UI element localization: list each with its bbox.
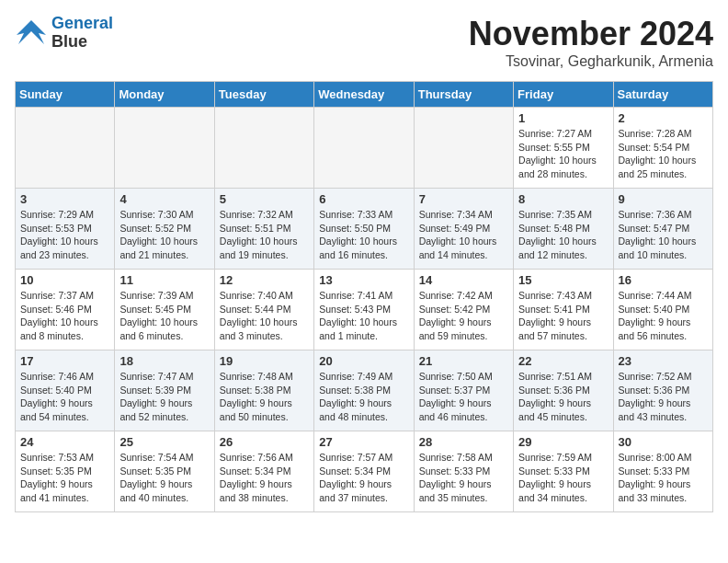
- day-number: 25: [119, 435, 209, 449]
- day-number: 12: [220, 273, 309, 287]
- day-info: Sunrise: 7:58 AM Sunset: 5:33 PM Dayligh…: [419, 451, 508, 505]
- day-number: 1: [518, 111, 608, 125]
- calendar-cell: 30Sunrise: 8:00 AM Sunset: 5:33 PM Dayli…: [613, 431, 712, 512]
- weekday-header-row: SundayMondayTuesdayWednesdayThursdayFrid…: [16, 82, 713, 108]
- day-number: 3: [20, 192, 109, 206]
- calendar-week-row: 3Sunrise: 7:29 AM Sunset: 5:53 PM Daylig…: [16, 189, 713, 270]
- day-info: Sunrise: 7:29 AM Sunset: 5:53 PM Dayligh…: [20, 208, 109, 262]
- day-number: 21: [419, 354, 508, 368]
- day-info: Sunrise: 8:00 AM Sunset: 5:33 PM Dayligh…: [619, 451, 708, 505]
- day-info: Sunrise: 7:32 AM Sunset: 5:51 PM Dayligh…: [220, 208, 309, 262]
- weekday-header-tuesday: Tuesday: [214, 82, 313, 108]
- day-info: Sunrise: 7:40 AM Sunset: 5:44 PM Dayligh…: [220, 289, 309, 343]
- day-info: Sunrise: 7:28 AM Sunset: 5:54 PM Dayligh…: [619, 127, 708, 181]
- day-info: Sunrise: 7:27 AM Sunset: 5:55 PM Dayligh…: [518, 127, 608, 181]
- calendar-table: SundayMondayTuesdayWednesdayThursdayFrid…: [15, 81, 713, 512]
- day-number: 17: [20, 354, 109, 368]
- calendar-cell: 17Sunrise: 7:46 AM Sunset: 5:40 PM Dayli…: [16, 350, 115, 431]
- calendar-cell: [414, 108, 513, 189]
- calendar-cell: [214, 108, 313, 189]
- day-info: Sunrise: 7:48 AM Sunset: 5:38 PM Dayligh…: [220, 370, 309, 424]
- calendar-cell: 5Sunrise: 7:32 AM Sunset: 5:51 PM Daylig…: [214, 189, 313, 270]
- calendar-cell: 29Sunrise: 7:59 AM Sunset: 5:33 PM Dayli…: [514, 431, 613, 512]
- weekday-header-wednesday: Wednesday: [314, 82, 414, 108]
- day-number: 2: [619, 111, 708, 125]
- day-info: Sunrise: 7:57 AM Sunset: 5:34 PM Dayligh…: [319, 451, 408, 505]
- calendar-cell: 16Sunrise: 7:44 AM Sunset: 5:40 PM Dayli…: [613, 270, 712, 350]
- day-info: Sunrise: 7:41 AM Sunset: 5:43 PM Dayligh…: [319, 289, 408, 343]
- day-number: 15: [518, 273, 608, 287]
- day-number: 9: [619, 192, 708, 206]
- weekday-header-monday: Monday: [115, 82, 214, 108]
- calendar-cell: 9Sunrise: 7:36 AM Sunset: 5:47 PM Daylig…: [613, 189, 712, 270]
- calendar-cell: 19Sunrise: 7:48 AM Sunset: 5:38 PM Dayli…: [214, 350, 313, 431]
- day-number: 14: [419, 273, 508, 287]
- day-number: 4: [119, 192, 209, 206]
- calendar-cell: 18Sunrise: 7:47 AM Sunset: 5:39 PM Dayli…: [115, 350, 214, 431]
- calendar-cell: [16, 108, 115, 189]
- calendar-cell: 21Sunrise: 7:50 AM Sunset: 5:37 PM Dayli…: [414, 350, 513, 431]
- day-number: 22: [518, 354, 608, 368]
- calendar-cell: 4Sunrise: 7:30 AM Sunset: 5:52 PM Daylig…: [115, 189, 214, 270]
- day-info: Sunrise: 7:49 AM Sunset: 5:38 PM Dayligh…: [319, 370, 408, 424]
- calendar-cell: 11Sunrise: 7:39 AM Sunset: 5:45 PM Dayli…: [115, 270, 214, 350]
- calendar-cell: 22Sunrise: 7:51 AM Sunset: 5:36 PM Dayli…: [514, 350, 613, 431]
- calendar-cell: 10Sunrise: 7:37 AM Sunset: 5:46 PM Dayli…: [16, 270, 115, 350]
- logo-icon: [15, 17, 48, 50]
- calendar-week-row: 10Sunrise: 7:37 AM Sunset: 5:46 PM Dayli…: [16, 270, 713, 350]
- day-info: Sunrise: 7:56 AM Sunset: 5:34 PM Dayligh…: [220, 451, 309, 505]
- day-info: Sunrise: 7:53 AM Sunset: 5:35 PM Dayligh…: [20, 451, 109, 505]
- calendar-cell: 6Sunrise: 7:33 AM Sunset: 5:50 PM Daylig…: [314, 189, 414, 270]
- day-info: Sunrise: 7:51 AM Sunset: 5:36 PM Dayligh…: [518, 370, 608, 424]
- calendar-cell: 27Sunrise: 7:57 AM Sunset: 5:34 PM Dayli…: [314, 431, 414, 512]
- day-info: Sunrise: 7:30 AM Sunset: 5:52 PM Dayligh…: [119, 208, 209, 262]
- weekday-header-thursday: Thursday: [414, 82, 513, 108]
- day-number: 30: [619, 435, 708, 449]
- month-title: November 2024: [469, 15, 713, 53]
- weekday-header-friday: Friday: [514, 82, 613, 108]
- calendar-cell: 8Sunrise: 7:35 AM Sunset: 5:48 PM Daylig…: [514, 189, 613, 270]
- day-number: 29: [518, 435, 608, 449]
- location-title: Tsovinar, Gegharkunik, Armenia: [469, 53, 713, 70]
- calendar-cell: [115, 108, 214, 189]
- day-info: Sunrise: 7:42 AM Sunset: 5:42 PM Dayligh…: [419, 289, 508, 343]
- weekday-header-saturday: Saturday: [613, 82, 712, 108]
- calendar-cell: 13Sunrise: 7:41 AM Sunset: 5:43 PM Dayli…: [314, 270, 414, 350]
- day-info: Sunrise: 7:39 AM Sunset: 5:45 PM Dayligh…: [119, 289, 209, 343]
- calendar-cell: 28Sunrise: 7:58 AM Sunset: 5:33 PM Dayli…: [414, 431, 513, 512]
- day-number: 13: [319, 273, 408, 287]
- day-info: Sunrise: 7:43 AM Sunset: 5:41 PM Dayligh…: [518, 289, 608, 343]
- day-info: Sunrise: 7:44 AM Sunset: 5:40 PM Dayligh…: [619, 289, 708, 343]
- day-number: 28: [419, 435, 508, 449]
- day-number: 27: [319, 435, 408, 449]
- day-info: Sunrise: 7:35 AM Sunset: 5:48 PM Dayligh…: [518, 208, 608, 262]
- day-info: Sunrise: 7:47 AM Sunset: 5:39 PM Dayligh…: [119, 370, 209, 424]
- calendar-cell: 14Sunrise: 7:42 AM Sunset: 5:42 PM Dayli…: [414, 270, 513, 350]
- calendar-cell: 26Sunrise: 7:56 AM Sunset: 5:34 PM Dayli…: [214, 431, 313, 512]
- svg-marker-0: [17, 20, 46, 44]
- day-info: Sunrise: 7:50 AM Sunset: 5:37 PM Dayligh…: [419, 370, 508, 424]
- day-number: 16: [619, 273, 708, 287]
- day-number: 11: [119, 273, 209, 287]
- calendar-week-row: 1Sunrise: 7:27 AM Sunset: 5:55 PM Daylig…: [16, 108, 713, 189]
- calendar-cell: 23Sunrise: 7:52 AM Sunset: 5:36 PM Dayli…: [613, 350, 712, 431]
- page-header: General Blue November 2024 Tsovinar, Geg…: [15, 15, 713, 70]
- calendar-week-row: 24Sunrise: 7:53 AM Sunset: 5:35 PM Dayli…: [16, 431, 713, 512]
- day-info: Sunrise: 7:36 AM Sunset: 5:47 PM Dayligh…: [619, 208, 708, 262]
- weekday-header-sunday: Sunday: [16, 82, 115, 108]
- logo-text: General Blue: [51, 15, 113, 52]
- day-number: 18: [119, 354, 209, 368]
- day-number: 19: [220, 354, 309, 368]
- calendar-cell: [314, 108, 414, 189]
- day-info: Sunrise: 7:46 AM Sunset: 5:40 PM Dayligh…: [20, 370, 109, 424]
- calendar-cell: 2Sunrise: 7:28 AM Sunset: 5:54 PM Daylig…: [613, 108, 712, 189]
- day-number: 20: [319, 354, 408, 368]
- day-info: Sunrise: 7:34 AM Sunset: 5:49 PM Dayligh…: [419, 208, 508, 262]
- calendar-week-row: 17Sunrise: 7:46 AM Sunset: 5:40 PM Dayli…: [16, 350, 713, 431]
- day-number: 24: [20, 435, 109, 449]
- day-number: 5: [220, 192, 309, 206]
- day-number: 10: [20, 273, 109, 287]
- calendar-cell: 15Sunrise: 7:43 AM Sunset: 5:41 PM Dayli…: [514, 270, 613, 350]
- logo: General Blue: [15, 15, 113, 52]
- calendar-cell: 3Sunrise: 7:29 AM Sunset: 5:53 PM Daylig…: [16, 189, 115, 270]
